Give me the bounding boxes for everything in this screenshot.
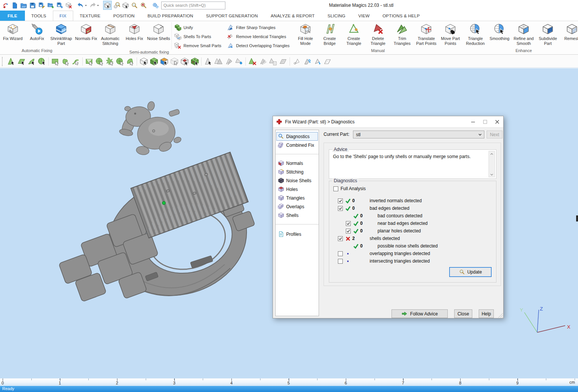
mark-plane-button[interactable] xyxy=(16,56,26,67)
remove-part-button[interactable] xyxy=(65,1,73,10)
mark-wheel-button[interactable] xyxy=(115,56,125,67)
ribbon-button-delete-triangle[interactable]: Delete Triangle xyxy=(366,22,390,47)
tab-view[interactable]: VIEW xyxy=(352,11,376,21)
plane-outline-tool-button[interactable] xyxy=(322,56,332,67)
ribbon-button-fill-hole-mode[interactable]: Fill Hole Mode xyxy=(293,22,318,47)
tab-support-generation[interactable]: SUPPORT GENERATION xyxy=(200,11,264,21)
select-triangles-button[interactable] xyxy=(203,56,213,67)
redo-button[interactable] xyxy=(88,1,100,10)
dialog-title-bar[interactable]: Fix Wizard (Part: stl) > Diagnostics xyxy=(273,116,503,128)
tab-position[interactable]: POSITION xyxy=(107,11,141,21)
select-component-button[interactable] xyxy=(190,56,200,67)
import-part-button[interactable] xyxy=(46,1,55,10)
sidebar-item-combined-fix[interactable]: Combined Fix xyxy=(276,141,318,149)
ribbon-button-filter-sharp-triangles[interactable]: Filter Sharp Triangles xyxy=(227,24,292,31)
triangle-info-button[interactable] xyxy=(302,56,312,67)
ribbon-button-holes-fix[interactable]: Holes Fix xyxy=(122,22,146,42)
current-part-select[interactable]: stl xyxy=(353,131,484,138)
tab-tools[interactable]: TOOLS xyxy=(25,11,53,21)
select-marked-part-button[interactable] xyxy=(149,56,159,67)
close-dialog-button[interactable]: Close xyxy=(454,309,472,318)
ribbon-button-unify[interactable]: Unify xyxy=(174,24,223,31)
model-figure-part[interactable] xyxy=(119,101,182,155)
ribbon-button-autofix[interactable]: AutoFix xyxy=(25,22,49,42)
minimize-button[interactable] xyxy=(467,116,479,127)
mark-surface-button[interactable] xyxy=(26,56,37,67)
tab-build-preparation[interactable]: BUILD PREPARATION xyxy=(141,11,200,21)
triangle-detail-button[interactable] xyxy=(312,56,322,67)
diagnostic-checkbox[interactable] xyxy=(338,259,343,264)
model-ring-part[interactable] xyxy=(59,152,259,310)
copy-marked-button[interactable] xyxy=(268,56,278,67)
ribbon-button-trim-triangles[interactable]: Trim Triangles xyxy=(390,22,414,47)
sidebar-item-triangles[interactable]: Triangles xyxy=(276,194,318,202)
diagnostic-checkbox[interactable] xyxy=(338,236,343,241)
ribbon-button-remove-small-parts[interactable]: Remove Small Parts xyxy=(174,42,223,49)
sidebar-item-overlaps[interactable]: Overlaps xyxy=(276,202,318,211)
ribbon-button-remesh[interactable]: Remesh xyxy=(560,22,578,42)
ribbon-button-shells-to-parts[interactable]: Shells To Parts xyxy=(174,33,223,40)
deselect-part-button[interactable] xyxy=(169,56,179,67)
resize-grip[interactable] xyxy=(498,313,503,318)
select-part-button[interactable] xyxy=(103,1,112,10)
ribbon-button-triangle-reduction[interactable]: Triangle Reduction xyxy=(463,22,487,47)
ribbon-button-subdivide-part[interactable]: Subdivide Part xyxy=(536,22,560,47)
ribbon-button-move-part-points[interactable]: Move Part Points xyxy=(438,22,462,47)
sidebar-item-holes[interactable]: Holes xyxy=(276,185,318,194)
ribbon-button-shrinkwrap-part[interactable]: ShrinkWrap Part xyxy=(49,22,73,47)
mark-sector-button[interactable] xyxy=(125,56,135,67)
select-shell-marked-button[interactable] xyxy=(179,56,190,67)
smooth-marked-button[interactable] xyxy=(234,56,244,67)
ribbon-button-noise-shells[interactable]: Noise Shells xyxy=(146,22,171,42)
zoom-button[interactable] xyxy=(130,1,139,10)
ribbon-button-fix-wizard[interactable]: Fix Wizard xyxy=(1,22,25,42)
full-analysis-checkbox[interactable] xyxy=(333,186,338,191)
ribbon-button-smoothing[interactable]: Smoothing xyxy=(487,22,512,42)
select-shell-button[interactable] xyxy=(121,1,130,10)
diagnostic-checkbox[interactable] xyxy=(338,206,343,211)
mark-polyline-button[interactable] xyxy=(71,56,81,67)
mark-star-button[interactable] xyxy=(105,56,115,67)
ribbon-button-create-bridge[interactable]: Create Bridge xyxy=(318,22,342,47)
sidebar-item-normals[interactable]: Normals xyxy=(276,159,318,168)
invert-marked-button[interactable] xyxy=(257,56,268,67)
help-button[interactable]: Help xyxy=(479,309,494,318)
ribbon-button-translate-part-points[interactable]: Translate Part Points xyxy=(414,22,438,47)
mark-rectangle-button[interactable] xyxy=(50,56,60,67)
advice-scrollbar[interactable] xyxy=(489,151,495,177)
undo-button[interactable] xyxy=(76,1,88,10)
mark-window-button[interactable] xyxy=(84,56,94,67)
delete-marked-button[interactable] xyxy=(247,56,257,67)
tab-file[interactable]: FILE xyxy=(0,11,25,21)
open-file-button[interactable] xyxy=(19,1,28,10)
toolbar-drag-handle[interactable] xyxy=(2,57,4,66)
ribbon-button-normals-fix[interactable]: Normals Fix xyxy=(74,22,98,42)
ribbon-button-detect-overlapping-triangles[interactable]: Detect Overlapping Triangles xyxy=(227,42,292,49)
lasso-triangles-button[interactable] xyxy=(291,56,302,67)
expand-marked-button[interactable] xyxy=(213,56,223,67)
save-as-button[interactable] xyxy=(37,1,46,10)
maximize-button[interactable] xyxy=(479,116,491,127)
full-analysis-option[interactable]: Full Analysis xyxy=(333,186,366,191)
tab-slicing[interactable]: SLICING xyxy=(321,11,352,21)
next-button[interactable]: Next xyxy=(487,131,502,138)
select-part-cursor-button[interactable] xyxy=(139,56,149,67)
sidebar-item-noise-shells[interactable]: Noise Shells xyxy=(276,176,318,185)
diagnostic-checkbox[interactable] xyxy=(346,221,351,226)
mark-circle-button[interactable] xyxy=(94,56,105,67)
follow-advice-button[interactable]: Follow Advice xyxy=(391,309,448,318)
ribbon-button-refine-and-smooth[interactable]: Refine and Smooth xyxy=(512,22,536,47)
sidebar-item-shells[interactable]: Shells xyxy=(276,211,318,220)
new-file-button[interactable] xyxy=(10,1,19,10)
ribbon-button-create-triangle[interactable]: Create Triangle xyxy=(342,22,366,47)
mark-freeform-button[interactable] xyxy=(60,56,71,67)
magics-logo-button[interactable] xyxy=(1,1,10,10)
unzoom-button[interactable] xyxy=(139,1,148,10)
sidebar-item-diagnostics[interactable]: Diagnostics xyxy=(276,132,318,141)
diagnostic-checkbox[interactable] xyxy=(346,229,351,234)
sidebar-item-stitching[interactable]: Stitching xyxy=(276,168,318,176)
tab-options-help[interactable]: OPTIONS & HELP xyxy=(376,11,426,21)
viewport[interactable]: X Y Z Fix Wizard (Part: stl) > Diagnosti… xyxy=(0,68,578,378)
quick-search-input[interactable] xyxy=(161,2,225,9)
marked-to-plane-button[interactable] xyxy=(278,56,288,67)
